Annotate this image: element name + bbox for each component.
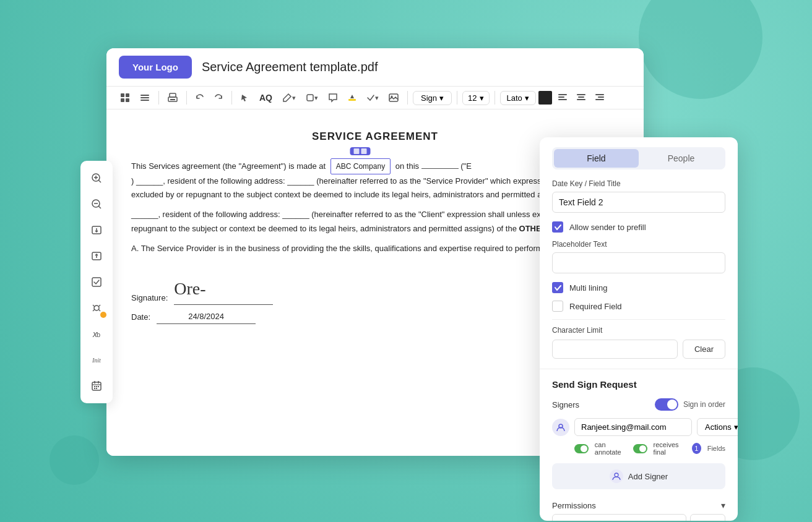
svg-rect-15 — [558, 94, 567, 95]
permissions-label: Permissions — [552, 501, 596, 510]
field-handle[interactable] — [350, 147, 371, 155]
tab-people[interactable]: People — [639, 149, 723, 168]
svg-rect-52 — [96, 388, 97, 389]
text-tool-button[interactable]: AQ — [256, 90, 276, 105]
formula-button[interactable]: xb — [85, 323, 108, 345]
svg-text:Init: Init — [92, 357, 101, 364]
zoom-out-button[interactable] — [85, 193, 108, 215]
sign-order-label: Sign in order — [683, 400, 725, 409]
align-center-button[interactable] — [573, 92, 589, 104]
svg-rect-3 — [126, 98, 129, 102]
calendar-button[interactable] — [85, 375, 108, 397]
toolbar-divider-3 — [231, 91, 232, 105]
char-limit-row: Clear — [552, 340, 725, 359]
required-field-checkbox[interactable] — [552, 301, 563, 312]
checkbox-button[interactable] — [85, 271, 108, 293]
signer-avatar — [552, 419, 569, 436]
signature-label: Signature: — [131, 291, 168, 305]
add-email-button[interactable]: Add — [690, 514, 725, 521]
date-label: Date: — [131, 310, 150, 324]
svg-line-25 — [98, 180, 101, 182]
svg-rect-22 — [598, 96, 604, 98]
permissions-row: Permissions ▾ — [552, 497, 725, 514]
font-size-selector[interactable]: 12 ▾ — [462, 91, 489, 105]
wrap-button[interactable] — [85, 245, 108, 267]
grid-view-button[interactable] — [116, 90, 134, 105]
can-annotate-toggle[interactable] — [574, 444, 589, 453]
fields-badge[interactable]: 1 — [692, 443, 701, 454]
image-button[interactable] — [385, 91, 402, 105]
svg-text:b: b — [97, 331, 100, 338]
signer-meta-row: can annotate receives final 1 Fields — [552, 441, 725, 456]
sign-order-toggle[interactable] — [655, 398, 678, 411]
redo-button[interactable] — [210, 91, 227, 105]
multi-lining-label: Multi lining — [569, 283, 607, 293]
required-field-label: Required Field — [569, 302, 622, 311]
add-signer-email-row: Add — [552, 514, 725, 521]
svg-rect-23 — [595, 99, 604, 100]
add-signer-button[interactable]: Add Signer — [552, 463, 725, 489]
svg-rect-4 — [140, 95, 149, 96]
align-right-button[interactable] — [592, 92, 608, 104]
signer-email-input[interactable] — [574, 418, 692, 436]
svg-rect-16 — [558, 96, 564, 98]
insert-right-button[interactable] — [85, 219, 108, 241]
print-button[interactable] — [164, 90, 181, 105]
char-limit-input[interactable] — [552, 340, 678, 359]
signature-image: Ore- — [174, 274, 273, 306]
svg-rect-18 — [577, 94, 585, 95]
multi-lining-row: Multi lining — [552, 282, 725, 293]
shape-tool-button[interactable]: ▾ — [302, 91, 322, 105]
svg-rect-7 — [170, 93, 176, 97]
field-title-input[interactable] — [552, 192, 725, 213]
receives-final-toggle[interactable] — [633, 444, 647, 453]
actions-button[interactable]: Actions ▾ — [697, 418, 738, 436]
initial-button[interactable]: Init — [85, 349, 108, 371]
left-sidebar: xb Init — [80, 161, 113, 403]
multi-lining-checkbox[interactable] — [552, 282, 563, 293]
align-left-button[interactable] — [555, 92, 571, 104]
sign-order-row: Sign in order — [655, 398, 725, 411]
svg-rect-21 — [595, 94, 604, 95]
pen-tool-button[interactable]: ▾ — [279, 90, 300, 105]
sign-button[interactable]: Sign ▾ — [413, 91, 452, 105]
svg-rect-48 — [94, 386, 95, 387]
font-size-chevron-icon: ▾ — [480, 93, 484, 103]
clear-button[interactable]: Clear — [683, 340, 725, 359]
comment-button[interactable] — [324, 90, 342, 105]
highlight-button[interactable] — [344, 91, 360, 105]
svg-marker-10 — [241, 95, 247, 101]
placeholder-text-label: Placeholder Text — [552, 240, 725, 249]
add-signer-icon — [610, 469, 623, 483]
svg-rect-35 — [92, 278, 101, 286]
add-email-input[interactable] — [552, 514, 686, 521]
svg-rect-19 — [578, 96, 584, 98]
svg-rect-2 — [121, 98, 124, 102]
svg-rect-17 — [558, 99, 567, 100]
svg-rect-11 — [307, 95, 313, 101]
signers-row: Signers Sign in order — [552, 398, 725, 411]
permissions-chevron-icon[interactable]: ▾ — [721, 500, 725, 510]
tab-field[interactable]: Field — [554, 149, 639, 168]
zoom-in-button[interactable] — [85, 167, 108, 189]
allow-sender-label: Allow sender to prefill — [569, 223, 646, 232]
undo-button[interactable] — [192, 91, 208, 105]
abc-company-field[interactable]: ABC Company — [330, 158, 391, 174]
allow-sender-checkbox[interactable] — [552, 221, 563, 233]
color-picker[interactable] — [538, 91, 552, 105]
list-view-button[interactable] — [136, 90, 153, 105]
fields-label[interactable]: Fields — [707, 445, 725, 452]
cursor-tool-button[interactable] — [237, 91, 253, 105]
placeholder-text-input[interactable] — [552, 252, 725, 273]
svg-rect-1 — [126, 93, 129, 97]
field-divider — [552, 319, 725, 320]
checkmark-tool-button[interactable]: ▾ — [363, 91, 382, 105]
font-selector[interactable]: Lato ▾ — [500, 91, 536, 105]
svg-rect-12 — [348, 99, 356, 101]
receives-final-label: receives final — [654, 441, 686, 456]
svg-rect-49 — [96, 386, 97, 387]
sign-chevron-icon: ▾ — [439, 93, 444, 103]
svg-line-37 — [93, 305, 95, 307]
svg-rect-0 — [121, 93, 124, 97]
flow-lock-button[interactable] — [85, 297, 108, 319]
